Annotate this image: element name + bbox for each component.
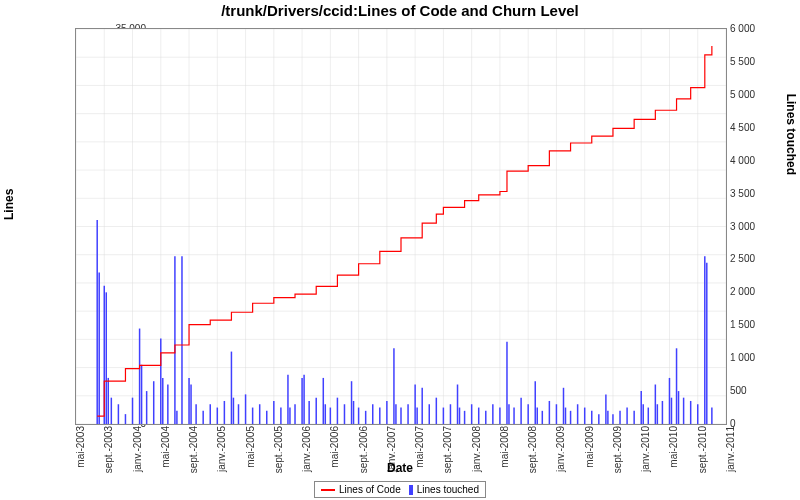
y-right-tick: 1 000: [730, 352, 775, 363]
y-right-tick: 2 000: [730, 286, 775, 297]
legend-label-touched: Lines touched: [417, 484, 479, 495]
y-right-tick: 4 000: [730, 154, 775, 165]
legend-line-swatch: [321, 489, 335, 491]
y-right-tick: 3 000: [730, 220, 775, 231]
y-right-tick: 1 500: [730, 319, 775, 330]
plot-svg: [76, 29, 726, 424]
y-axis-left-label: Lines: [2, 189, 16, 220]
chart-container: /trunk/Drivers/ccid:Lines of Code and Ch…: [0, 0, 800, 500]
y-right-tick: 5 000: [730, 88, 775, 99]
y-right-tick: 500: [730, 385, 775, 396]
y-right-tick: 2 500: [730, 253, 775, 264]
y-right-tick: 0: [730, 418, 775, 429]
legend-item-lines-of-code: Lines of Code: [321, 484, 401, 495]
legend-item-lines-touched: Lines touched: [409, 484, 479, 495]
legend: Lines of Code Lines touched: [314, 481, 486, 498]
legend-bar-swatch: [409, 485, 413, 495]
legend-label-loc: Lines of Code: [339, 484, 401, 495]
y-right-tick: 4 500: [730, 121, 775, 132]
y-axis-right-label: Lines touched: [784, 94, 798, 175]
y-right-tick: 5 500: [730, 55, 775, 66]
y-right-tick: 3 500: [730, 187, 775, 198]
plot-area: [75, 28, 727, 425]
y-right-tick: 6 000: [730, 23, 775, 34]
x-axis-label: Date: [0, 461, 800, 475]
chart-title: /trunk/Drivers/ccid:Lines of Code and Ch…: [0, 2, 800, 19]
